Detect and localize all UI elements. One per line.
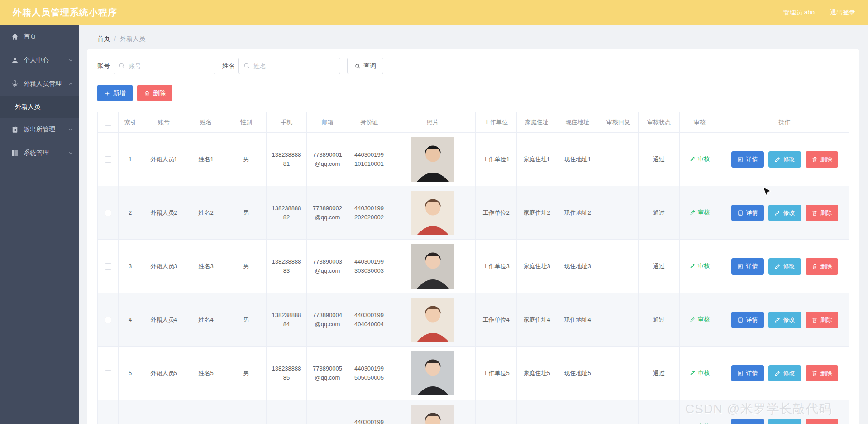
sidebar-item-police-station-mgmt[interactable]: 派出所管理: [0, 118, 79, 141]
detail-button[interactable]: 详情: [731, 205, 764, 221]
cell-name: 姓名5: [186, 347, 226, 400]
person-photo: [411, 137, 454, 182]
delete-button[interactable]: 删除: [806, 312, 838, 328]
account-label: 账号: [97, 62, 110, 70]
cell-gender: 男: [226, 133, 267, 186]
row-checkbox[interactable]: [105, 370, 111, 376]
cell-review_reply: [598, 347, 639, 400]
row-checkbox[interactable]: [105, 210, 111, 216]
cell-photo: [390, 186, 476, 240]
column-header: 现住地址: [557, 112, 598, 133]
edit-button[interactable]: 修改: [768, 419, 801, 424]
review-link[interactable]: 审核: [690, 154, 710, 164]
person-photo: [411, 351, 454, 395]
account-input[interactable]: [114, 58, 215, 74]
row-checkbox[interactable]: [105, 263, 111, 270]
cell-home_address: 家庭住址2: [517, 186, 557, 240]
row-checkbox[interactable]: [105, 156, 111, 163]
column-header: 手机: [267, 112, 307, 133]
edit-button[interactable]: 修改: [768, 205, 801, 221]
cell-gender: 男: [226, 186, 267, 240]
review-link[interactable]: 审核: [690, 208, 710, 217]
cell-photo: [390, 347, 476, 400]
column-header: 邮箱: [307, 112, 348, 133]
review-link[interactable]: 审核: [690, 368, 710, 377]
column-header: 索引: [119, 112, 142, 133]
query-button[interactable]: 查询: [347, 58, 383, 74]
delete-button[interactable]: 删除: [806, 365, 838, 381]
cell-index: 6: [119, 400, 142, 424]
trash-icon: [811, 370, 818, 376]
row-checkbox[interactable]: [105, 317, 111, 323]
add-button[interactable]: 新增: [97, 85, 133, 101]
edit-button[interactable]: 修改: [768, 312, 801, 328]
topbar: 外籍人员管理系统小程序 管理员 abo 退出登录: [0, 0, 868, 25]
sidebar-subitem-foreign-personnel[interactable]: 外籍人员: [0, 96, 79, 118]
cell-review_reply: [598, 186, 639, 240]
name-input[interactable]: [238, 58, 340, 74]
document-icon: [737, 317, 744, 323]
cell-current_address: [557, 400, 598, 424]
bulk-delete-button[interactable]: 删除: [137, 85, 172, 101]
cell-actions: 详情修改删除: [720, 133, 849, 186]
table-row: 3外籍人员3姓名3男13823888883773890003@qq.com440…: [98, 240, 849, 293]
admin-user-menu[interactable]: 管理员 abo: [783, 9, 815, 17]
content-panel: 账号 姓名 查询 新增 删除: [87, 49, 859, 424]
sidebar-item-label: 个人中心: [24, 56, 49, 64]
cell-name: 姓名2: [186, 186, 226, 240]
trash-icon: [144, 90, 150, 96]
delete-button[interactable]: 删除: [806, 205, 838, 221]
sidebar-item-personal-center[interactable]: 个人中心: [0, 48, 79, 72]
logout-button[interactable]: 退出登录: [830, 9, 855, 17]
cell-phone: 13823888885: [267, 347, 307, 400]
table-row: 4外籍人员4姓名4男13823888884773890004@qq.com440…: [98, 293, 849, 347]
search-form: 账号 姓名 查询: [97, 58, 849, 74]
pencil-icon: [690, 156, 696, 162]
cell-phone: [267, 400, 307, 424]
detail-button[interactable]: 详情: [731, 151, 764, 168]
select-all-checkbox[interactable]: [105, 120, 111, 126]
book-icon: [11, 149, 19, 157]
pencil-icon: [690, 263, 696, 269]
chevron-down-icon: [68, 127, 73, 132]
pencil-icon: [774, 370, 781, 376]
edit-button[interactable]: 修改: [768, 258, 801, 275]
cell-home_address: 家庭住址3: [517, 240, 557, 293]
review-link[interactable]: 审核: [690, 315, 710, 324]
detail-button[interactable]: 详情: [731, 312, 764, 328]
column-header: 审核回复: [598, 112, 639, 133]
chevron-down-icon: [68, 150, 73, 156]
review-link[interactable]: 审核: [690, 261, 710, 270]
edit-button[interactable]: 修改: [768, 365, 801, 381]
cell-gender: 男: [226, 347, 267, 400]
cell-work_unit: 工作单位2: [476, 186, 517, 240]
cell-home_address: 家庭住址4: [517, 293, 557, 347]
cell-email: 773890003@qq.com: [307, 240, 348, 293]
cell-photo: [390, 133, 476, 186]
plus-icon: [104, 90, 110, 96]
review-link[interactable]: 审核: [690, 422, 710, 424]
delete-button[interactable]: 删除: [806, 151, 838, 168]
breadcrumb-home[interactable]: 首页: [97, 35, 110, 43]
detail-button[interactable]: 详情: [731, 419, 764, 424]
search-icon: [118, 62, 125, 69]
sidebar-item-label: 派出所管理: [24, 125, 55, 134]
detail-button[interactable]: 详情: [731, 365, 764, 381]
cell-email: 773890001@qq.com: [307, 133, 348, 186]
edit-button[interactable]: 修改: [768, 151, 801, 168]
cell-gender: 男: [226, 240, 267, 293]
data-table-container: 索引账号姓名性别手机邮箱身份证照片工作单位家庭住址现住地址审核回复审核状态审核操…: [97, 112, 849, 424]
trash-icon: [811, 210, 818, 216]
pencil-icon: [690, 370, 696, 376]
person-photo: [411, 405, 454, 424]
delete-button[interactable]: 删除: [806, 419, 838, 424]
sidebar-item-home[interactable]: 首页: [0, 25, 79, 48]
delete-button[interactable]: 删除: [806, 258, 838, 275]
detail-button[interactable]: 详情: [731, 258, 764, 275]
document-icon: [737, 210, 744, 216]
sidebar-item-system-mgmt[interactable]: 系统管理: [0, 141, 79, 165]
sidebar-item-label: 系统管理: [24, 149, 49, 157]
sidebar-item-foreign-personnel-mgmt[interactable]: 外籍人员管理: [0, 72, 79, 96]
cell-email: 773890005@qq.com: [307, 347, 348, 400]
pencil-icon: [774, 210, 781, 216]
